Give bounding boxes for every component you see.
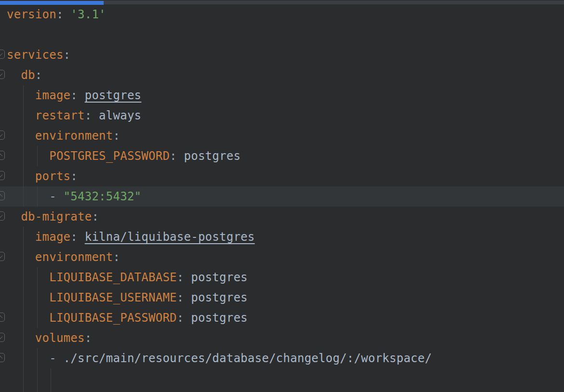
code-token-punc: :	[113, 129, 121, 143]
fold-collapse-icon[interactable]	[0, 252, 5, 261]
code-token-key: db-migrate	[21, 210, 92, 223]
chevron-down-icon	[0, 51, 2, 56]
indent-guide	[23, 85, 24, 207]
code-line[interactable]: services:	[0, 45, 564, 65]
fold-collapse-icon[interactable]	[0, 211, 5, 221]
chevron-down-icon	[0, 132, 2, 137]
code-line[interactable]: version: '3.1'	[0, 4, 564, 25]
code-token-plain	[78, 230, 85, 244]
fold-collapse-icon[interactable]	[0, 333, 5, 342]
code-token-plain	[7, 89, 35, 102]
code-token-punc: :	[85, 109, 92, 122]
chevron-down-icon	[0, 172, 2, 177]
code-token-punc: :	[56, 8, 64, 21]
code-token-key: version	[7, 8, 56, 21]
indent-guide	[37, 267, 38, 328]
code-token-punc: :	[170, 149, 177, 163]
code-line[interactable]: environment:	[0, 126, 564, 146]
code-line[interactable]: environment:	[0, 247, 564, 267]
fold-collapse-icon[interactable]	[0, 171, 5, 180]
fold-collapse-icon[interactable]	[0, 50, 5, 59]
code-token-plain	[92, 109, 99, 122]
code-token-plain: always	[99, 109, 141, 122]
code-line[interactable]: db:	[0, 65, 564, 85]
chevron-down-icon	[0, 213, 2, 218]
ide-window: version: '3.1'services: db: image: postg…	[0, 0, 564, 392]
indent-guide	[37, 146, 38, 166]
fold-end-icon[interactable]	[0, 191, 5, 200]
code-line[interactable]: - ./src/main/resources/database/changelo…	[0, 348, 564, 368]
code-token-key: image	[35, 89, 71, 102]
code-line[interactable]: LIQUIBASE_PASSWORD: postgres	[0, 308, 564, 328]
indent-guide	[37, 348, 38, 392]
code-token-plain	[7, 149, 49, 163]
code-token-punc: :	[177, 291, 184, 304]
code-token-punc: :	[64, 48, 71, 62]
fold-end-icon[interactable]	[0, 313, 5, 322]
code-token-plain	[7, 291, 49, 304]
fold-collapse-icon[interactable]	[0, 131, 5, 140]
code-line[interactable]: image: postgres	[0, 85, 564, 105]
code-token-plain	[7, 311, 49, 325]
code-token-key: LIQUIBASE_DATABASE	[49, 271, 177, 284]
code-line-caret[interactable]: - "5432:5432"	[0, 186, 564, 207]
code-token-punc: :	[92, 210, 99, 223]
image-link[interactable]: kilna/liquibase-postgres	[85, 230, 255, 244]
indent-guide	[23, 227, 24, 392]
code-token-plain	[78, 89, 85, 102]
code-token-plain: ./src/main/resources/database/changelog/…	[64, 352, 432, 365]
chevron-up-icon	[0, 154, 2, 158]
code-token-key: services	[7, 48, 64, 62]
fold-collapse-icon[interactable]	[0, 70, 5, 79]
indent-guide	[51, 368, 51, 392]
code-token-punc: :	[113, 250, 121, 264]
code-token-plain	[7, 210, 21, 223]
code-editor[interactable]: version: '3.1'services: db: image: postg…	[0, 4, 564, 392]
code-token-plain	[184, 311, 191, 325]
code-token-punc: :	[85, 331, 92, 345]
code-token-plain	[7, 230, 35, 244]
code-token-str: "5432:5432"	[64, 190, 142, 203]
code-line[interactable]: db-migrate:	[0, 207, 564, 227]
image-link[interactable]: postgres	[85, 89, 142, 102]
chevron-up-icon	[0, 356, 2, 361]
code-token-key: db	[21, 68, 35, 82]
chevron-up-icon	[0, 315, 2, 320]
code-line[interactable]: LIQUIBASE_USERNAME: postgres	[0, 287, 564, 308]
code-token-plain	[7, 352, 49, 365]
code-token-key: restart	[35, 109, 85, 122]
code-token-plain	[7, 170, 35, 183]
code-token-plain	[7, 250, 35, 264]
code-token-plain	[7, 109, 35, 122]
code-token-key: image	[35, 230, 71, 244]
code-line[interactable]	[0, 25, 564, 45]
code-token-punc: :	[70, 230, 78, 244]
code-token-plain	[7, 129, 35, 143]
code-token-plain	[184, 271, 191, 284]
code-token-plain	[7, 271, 49, 284]
editor-tab-strip	[0, 0, 564, 4]
code-line[interactable]: ports:	[0, 166, 564, 186]
chevron-down-icon	[0, 253, 2, 258]
code-line[interactable]: volumes:	[0, 328, 564, 348]
code-line[interactable]: POSTGRES_PASSWORD: postgres	[0, 146, 564, 166]
fold-end-icon[interactable]	[0, 353, 5, 362]
code-token-punc: :	[35, 68, 42, 82]
code-token-plain	[7, 68, 21, 82]
code-token-plain	[64, 8, 71, 21]
code-token-punc: -	[49, 352, 63, 365]
code-token-punc: :	[177, 311, 184, 325]
code-token-key: LIQUIBASE_USERNAME	[49, 291, 177, 304]
code-line[interactable]: image: kilna/liquibase-postgres	[0, 227, 564, 247]
code-token-key: LIQUIBASE_PASSWORD	[49, 311, 177, 325]
code-token-key: POSTGRES_PASSWORD	[49, 149, 170, 163]
code-line[interactable]: LIQUIBASE_DATABASE: postgres	[0, 267, 564, 287]
code-token-plain	[7, 331, 35, 345]
fold-end-icon[interactable]	[0, 151, 5, 160]
code-line[interactable]: restart: always	[0, 105, 564, 126]
code-lines: version: '3.1'services: db: image: postg…	[0, 4, 564, 368]
code-token-punc: -	[49, 190, 63, 203]
code-token-plain	[184, 291, 191, 304]
chevron-down-icon	[0, 334, 2, 339]
chevron-down-icon	[0, 71, 2, 76]
